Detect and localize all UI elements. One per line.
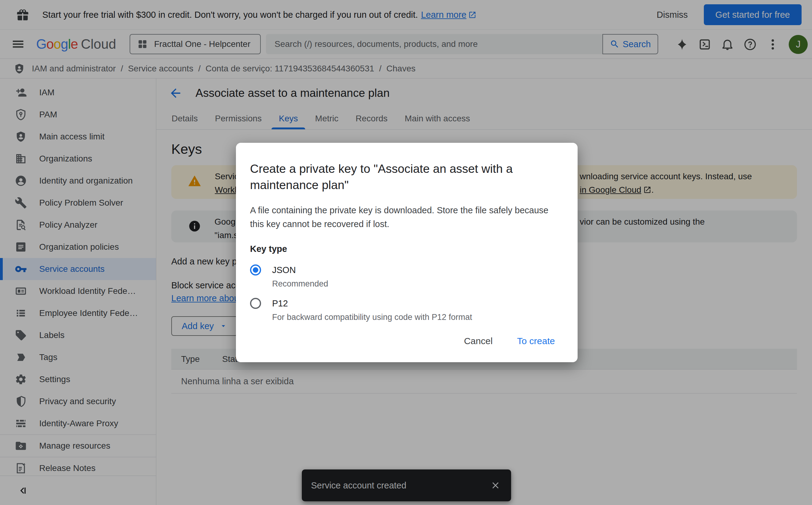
radio-button-unselected[interactable] bbox=[250, 298, 261, 309]
radio-label: P12 bbox=[272, 299, 288, 309]
dialog-actions: Cancel To create bbox=[455, 332, 564, 351]
create-private-key-dialog: Create a private key to "Associate an as… bbox=[236, 143, 578, 362]
radio-label: JSON bbox=[272, 265, 296, 275]
dialog-title: Create a private key to "Associate an as… bbox=[250, 161, 564, 193]
cancel-button[interactable]: Cancel bbox=[455, 332, 501, 351]
dialog-body: A file containing the private key is dow… bbox=[250, 203, 553, 231]
key-type-label: Key type bbox=[250, 244, 564, 254]
radio-description: Recommended bbox=[272, 279, 564, 289]
radio-description: For backward compatibility using code wi… bbox=[272, 313, 564, 322]
gcp-console-page: Start your free trial with $300 in credi… bbox=[0, 0, 812, 505]
radio-option-p12[interactable]: P12 bbox=[250, 298, 564, 309]
create-button[interactable]: To create bbox=[508, 332, 564, 351]
radio-button-selected[interactable] bbox=[250, 265, 261, 276]
radio-option-json[interactable]: JSON bbox=[250, 265, 564, 276]
